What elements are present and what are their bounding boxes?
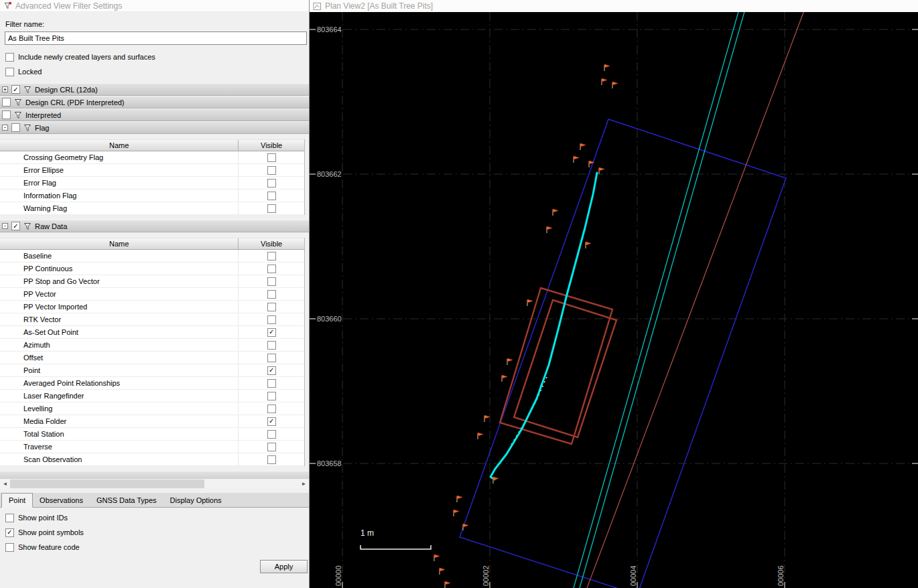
visible-checkbox[interactable]: [267, 204, 276, 213]
scroll-left-icon[interactable]: ◄: [0, 479, 10, 489]
filter-group-raw-data[interactable]: -✓Raw Data: [0, 220, 309, 232]
flag-head: [507, 358, 513, 362]
option-label: Show point IDs: [18, 514, 68, 522]
visible-checkbox[interactable]: [267, 379, 276, 388]
table-row[interactable]: Traverse: [0, 441, 304, 453]
column-header-visible[interactable]: Visible: [239, 140, 304, 151]
filter-group-design-crl-pdf-interpreted[interactable]: Design CRL (PDF Interpreted): [0, 96, 309, 108]
visible-checkbox[interactable]: [267, 290, 276, 299]
table-row[interactable]: Media Folder✓: [0, 415, 304, 428]
table-row[interactable]: Error Ellipse: [0, 164, 304, 177]
locked-checkbox[interactable]: [5, 68, 14, 76]
group-visible-checkbox[interactable]: [2, 98, 11, 106]
column-header-name[interactable]: Name: [0, 140, 239, 151]
collapse-icon[interactable]: -: [2, 223, 8, 229]
visible-checkbox[interactable]: [267, 392, 276, 400]
filter-name-input[interactable]: [5, 31, 307, 45]
table-row[interactable]: RTK Vector: [0, 313, 304, 326]
column-header-visible[interactable]: Visible: [239, 238, 304, 249]
table-row[interactable]: Total Station: [0, 428, 304, 441]
table-row[interactable]: Averaged Point Relationships: [0, 377, 304, 390]
expand-icon[interactable]: +: [2, 86, 8, 92]
include-newly-created-layers-and-surfaces-checkbox[interactable]: [5, 53, 14, 62]
show-point-symbols-checkbox[interactable]: ✓: [5, 528, 14, 537]
visible-checkbox[interactable]: [267, 430, 276, 439]
show-feature-code-checkbox[interactable]: [5, 543, 14, 552]
table-row[interactable]: Laser Rangefinder: [0, 390, 304, 402]
table-row[interactable]: Offset: [0, 352, 304, 364]
table-row[interactable]: PP Vector: [0, 288, 304, 301]
filter-group-flag[interactable]: -Flag: [0, 121, 309, 134]
group-label: Design CRL (PDF Interpreted): [25, 98, 125, 106]
visible-checkbox[interactable]: [267, 354, 276, 362]
settings-tabstrip: PointObservationsGNSS Data TypesDisplay …: [0, 493, 309, 508]
table-row[interactable]: Error Flag: [0, 177, 304, 190]
visible-checkbox[interactable]: ✓: [267, 417, 276, 426]
visible-checkbox[interactable]: [267, 166, 276, 175]
table-row[interactable]: PP Vector Imported: [0, 301, 304, 313]
table-row[interactable]: Warning Flag: [0, 202, 304, 215]
visible-checkbox[interactable]: [267, 455, 276, 464]
tab-gnss-data-types[interactable]: GNSS Data Types: [90, 494, 163, 507]
visible-checkbox[interactable]: [267, 303, 276, 311]
visible-checkbox[interactable]: [267, 179, 276, 188]
visible-checkbox[interactable]: [267, 341, 276, 350]
scrollbar-thumb[interactable]: [10, 480, 204, 488]
cell-name: Media Folder: [0, 415, 239, 427]
visible-checkbox[interactable]: [267, 443, 276, 451]
filter-group-design-crl-12da[interactable]: +✓Design CRL (12da): [0, 83, 309, 96]
tab-observations[interactable]: Observations: [33, 494, 90, 507]
plan-view-titlebar[interactable]: Plan View2 [As Built Tree Pits]: [310, 0, 918, 12]
table-row[interactable]: PP Continuous: [0, 263, 304, 275]
table-row[interactable]: As-Set Out Point✓: [0, 326, 304, 339]
scroll-right-icon[interactable]: ►: [299, 479, 309, 489]
partial-group-row[interactable]: [0, 471, 309, 478]
table-row[interactable]: Scan Observation: [0, 453, 304, 466]
plan-view-icon: [313, 2, 322, 11]
tab-point[interactable]: Point: [1, 493, 33, 508]
table-row[interactable]: Azimuth: [0, 339, 304, 352]
group-visible-checkbox[interactable]: ✓: [11, 85, 20, 94]
visible-checkbox[interactable]: [267, 252, 276, 261]
table-row[interactable]: Levelling: [0, 402, 304, 415]
filter-group-interpreted[interactable]: Interpreted: [0, 108, 309, 121]
collapse-icon[interactable]: -: [2, 125, 8, 131]
group-label: Raw Data: [35, 222, 67, 230]
visible-checkbox[interactable]: [267, 153, 276, 162]
table-row[interactable]: Point✓: [0, 364, 304, 377]
group-label: Interpreted: [25, 111, 61, 119]
column-header-name[interactable]: Name: [0, 238, 239, 249]
cell-name: Traverse: [0, 441, 239, 453]
plan-view-canvas[interactable]: 8036648036628036608036580000000002000040…: [310, 12, 918, 588]
visible-checkbox[interactable]: ✓: [267, 328, 276, 337]
flag-marker: [586, 242, 591, 248]
group-visible-checkbox[interactable]: [11, 123, 20, 132]
apply-button[interactable]: Apply: [260, 560, 308, 573]
visible-checkbox[interactable]: [267, 277, 276, 286]
flag-marker: [484, 415, 490, 422]
design-line: [580, 12, 748, 588]
cell-visible: [239, 453, 304, 465]
window-title: Plan View2 [As Built Tree Pits]: [325, 1, 433, 11]
table-row[interactable]: Crossing Geometry Flag: [0, 151, 304, 164]
table-row[interactable]: PP Stop and Go Vector: [0, 275, 304, 288]
show-point-ids-checkbox[interactable]: [5, 514, 14, 522]
visible-checkbox[interactable]: [267, 315, 276, 324]
group-visible-checkbox[interactable]: [2, 111, 11, 119]
cell-name: Error Ellipse: [0, 164, 239, 176]
group-visible-checkbox[interactable]: ✓: [11, 222, 20, 230]
visible-checkbox[interactable]: ✓: [267, 366, 276, 375]
visible-checkbox[interactable]: [267, 405, 276, 413]
table-row[interactable]: Information Flag: [0, 190, 304, 202]
group-label: Flag: [35, 124, 49, 132]
table-row[interactable]: Baseline: [0, 250, 304, 263]
filter-settings-titlebar[interactable]: Advanced View Filter Settings: [0, 0, 309, 12]
x-axis-label: 00002: [482, 565, 490, 586]
visible-checkbox[interactable]: [267, 192, 276, 200]
flag-head: [547, 226, 552, 230]
flag-marker: [599, 167, 604, 174]
flag-head: [454, 510, 459, 513]
horizontal-scrollbar[interactable]: ◄ ►: [0, 478, 309, 488]
visible-checkbox[interactable]: [267, 265, 276, 273]
tab-display-options[interactable]: Display Options: [163, 494, 228, 507]
